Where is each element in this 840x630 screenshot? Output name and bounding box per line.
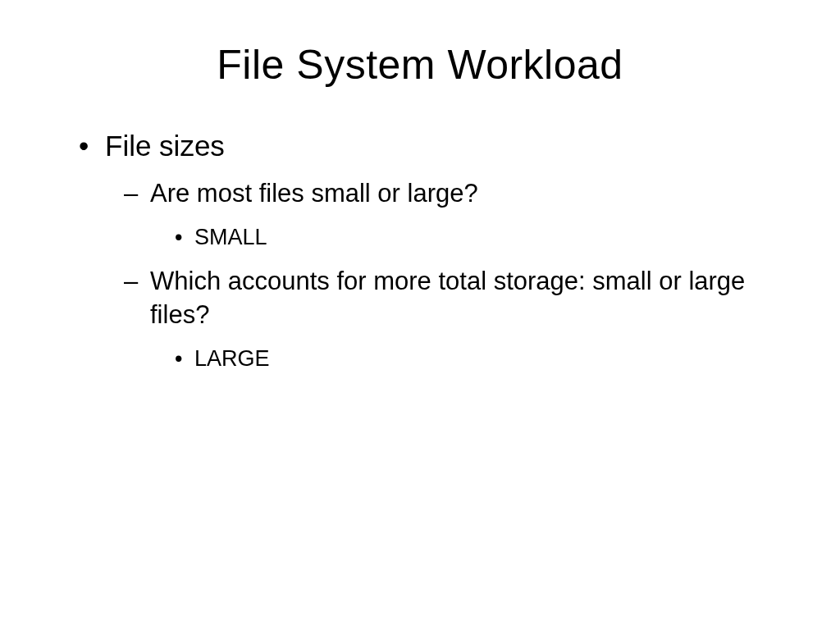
bullet-text: File sizes [105, 130, 225, 162]
bullet-list-level2: Are most files small or large? SMALL Whi… [105, 177, 783, 373]
bullet-list-level3: SMALL [150, 223, 783, 252]
list-item: LARGE [168, 345, 783, 373]
list-item: Which accounts for more total storage: s… [117, 265, 783, 373]
slide-title: File System Workload [57, 41, 783, 89]
bullet-text: Which accounts for more total storage: s… [150, 267, 745, 328]
bullet-list-level3: LARGE [150, 345, 783, 373]
list-item: Are most files small or large? SMALL [117, 177, 783, 252]
bullet-text: SMALL [194, 225, 267, 249]
bullet-list-level1: File sizes Are most files small or large… [57, 130, 783, 373]
bullet-text: LARGE [194, 346, 270, 371]
bullet-text: Are most files small or large? [150, 179, 478, 208]
list-item: SMALL [168, 223, 783, 252]
list-item: File sizes Are most files small or large… [74, 130, 783, 373]
